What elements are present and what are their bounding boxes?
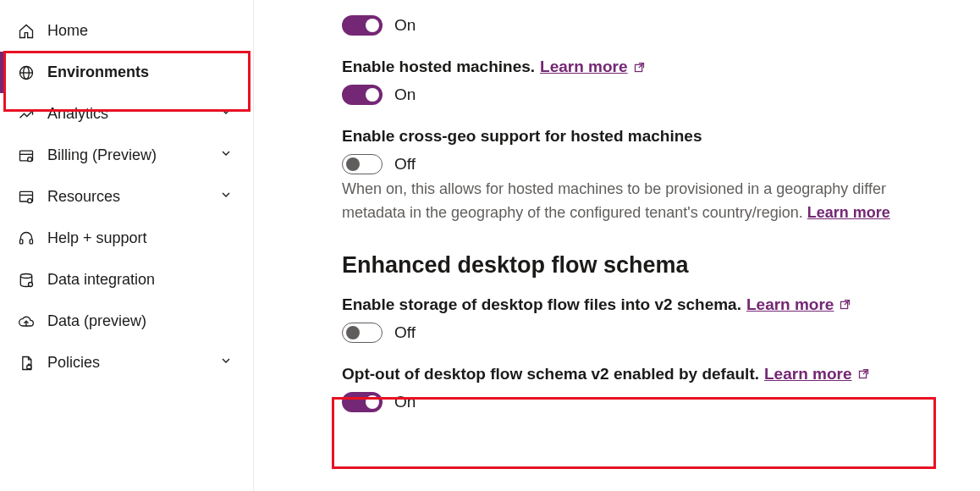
sidebar-item-data-preview[interactable]: Data (preview) [0, 301, 253, 342]
setting-row-0: On [342, 15, 980, 36]
learn-more-link[interactable]: Learn more [746, 295, 851, 314]
data-integration-icon [17, 272, 36, 289]
headset-icon [17, 230, 36, 247]
resources-icon [17, 189, 36, 206]
toggle-hosted-machines[interactable] [342, 85, 383, 105]
toggle-state: Off [394, 155, 416, 174]
setting-label: Enable cross-geo support for hosted mach… [342, 127, 702, 146]
section-title: Enhanced desktop flow schema [342, 252, 980, 279]
sidebar-item-help[interactable]: Help + support [0, 218, 253, 259]
external-link-icon [857, 367, 870, 380]
toggle-state: On [394, 393, 416, 411]
sidebar-item-label: Policies [47, 354, 100, 372]
sidebar-item-label: Environments [47, 63, 149, 81]
setting-label: Enable storage of desktop flow files int… [342, 295, 741, 314]
sidebar-item-label: Billing (Preview) [47, 146, 157, 164]
sidebar-item-data-integration[interactable]: Data integration [0, 259, 253, 301]
learn-more-link[interactable]: Learn more [764, 365, 869, 383]
policies-icon [17, 355, 36, 372]
sidebar-item-label: Home [47, 22, 88, 40]
sidebar-item-label: Analytics [47, 105, 108, 123]
chevron-down-icon [219, 188, 233, 206]
learn-more-link[interactable]: Learn more [807, 204, 890, 221]
sidebar-item-label: Data integration [47, 271, 155, 289]
chevron-down-icon [219, 354, 233, 372]
sidebar-item-policies[interactable]: Policies [0, 342, 253, 383]
main-content: On Enable hosted machines. Learn more On… [254, 0, 980, 491]
sidebar: Home Environments Analytics Billing (Pre… [0, 0, 254, 491]
analytics-icon [17, 106, 36, 123]
external-link-icon [839, 298, 851, 311]
setting-label: Enable hosted machines. [342, 58, 535, 76]
svg-point-12 [29, 282, 33, 286]
svg-line-18 [845, 301, 850, 306]
toggle-0[interactable] [342, 15, 383, 36]
cloud-upload-icon [17, 313, 36, 330]
toggle-cross-geo[interactable] [342, 154, 383, 174]
chevron-down-icon [219, 146, 233, 164]
toggle-state: On [394, 86, 416, 104]
sidebar-item-label: Resources [47, 188, 120, 206]
setting-cross-geo: Enable cross-geo support for hosted mach… [342, 127, 980, 225]
svg-line-20 [862, 370, 867, 375]
sidebar-item-billing[interactable]: Billing (Preview) [0, 135, 253, 176]
globe-icon [17, 64, 36, 81]
toggle-state: Off [394, 323, 416, 342]
toggle-state: On [394, 16, 416, 35]
sidebar-item-label: Help + support [47, 229, 147, 247]
sidebar-item-label: Data (preview) [47, 312, 146, 330]
svg-rect-9 [20, 239, 23, 243]
toggle-opt-out-v2[interactable] [342, 392, 383, 412]
setting-v2-storage: Enable storage of desktop flow files int… [342, 295, 980, 343]
svg-rect-14 [27, 365, 31, 368]
sidebar-item-analytics[interactable]: Analytics [0, 93, 253, 135]
svg-line-16 [638, 63, 643, 68]
setting-label: Opt-out of desktop flow schema v2 enable… [342, 365, 759, 383]
setting-hosted-machines: Enable hosted machines. Learn more On [342, 58, 980, 105]
svg-point-5 [28, 157, 32, 161]
setting-opt-out-v2: Opt-out of desktop flow schema v2 enable… [342, 365, 980, 412]
home-icon [17, 23, 36, 40]
external-link-icon [633, 61, 646, 74]
chevron-down-icon [219, 105, 233, 123]
toggle-v2-storage[interactable] [342, 323, 383, 343]
sidebar-item-resources[interactable]: Resources [0, 176, 253, 218]
svg-point-8 [28, 198, 32, 202]
svg-rect-10 [30, 239, 32, 243]
learn-more-link[interactable]: Learn more [540, 58, 645, 76]
sidebar-item-home[interactable]: Home [0, 10, 253, 52]
sidebar-item-environments[interactable]: Environments [0, 52, 253, 93]
svg-point-11 [20, 273, 31, 278]
billing-icon [17, 147, 36, 164]
setting-description: When on, this allows for hosted machines… [342, 178, 980, 225]
